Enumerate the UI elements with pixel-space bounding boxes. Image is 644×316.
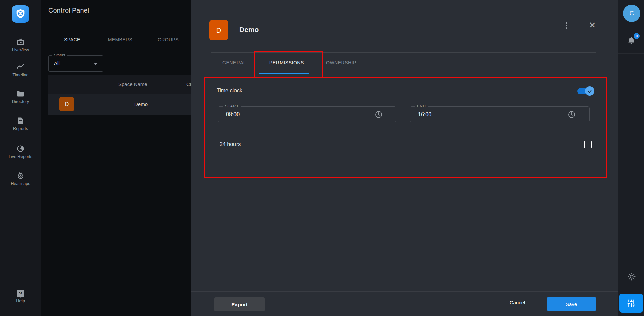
start-time-field[interactable]: START — [218, 106, 396, 122]
annotation-permissions-section — [204, 77, 607, 178]
sidebar-item-liveview[interactable]: LiveView — [0, 38, 41, 52]
space-settings-dialog: D Demo ✕ GENERAL PERMISSIONS OWNERSHIP T… — [191, 0, 618, 316]
page-title: Control Panel — [48, 7, 89, 14]
sidebar-item-directory[interactable]: Directory — [0, 90, 41, 104]
notifications-section: 0 — [618, 27, 644, 54]
kebab-dot — [566, 22, 568, 24]
divider — [211, 74, 596, 74]
app-logo[interactable] — [12, 5, 29, 23]
start-time-input[interactable] — [225, 109, 326, 120]
chevron-down-icon — [94, 63, 98, 65]
end-time-field[interactable]: END — [410, 106, 590, 122]
brightness-icon[interactable] — [627, 272, 636, 281]
hours24-checkbox[interactable] — [584, 141, 592, 148]
kebab-dot — [566, 25, 568, 27]
sidebar-item-label: Directory — [12, 99, 29, 104]
divider — [618, 290, 644, 290]
divider — [211, 52, 596, 53]
sidebar-item-label: Timeline — [13, 73, 29, 77]
hours24-label: 24 hours — [220, 141, 241, 147]
sidebar-item-reports[interactable]: Reports — [0, 117, 41, 131]
dialog-title: Demo — [239, 26, 259, 34]
notification-badge: 0 — [634, 33, 640, 39]
sidebar-item-help[interactable]: ? Help — [0, 290, 41, 303]
sidebar-item-label: Reports — [13, 126, 28, 131]
flame-icon — [16, 172, 25, 180]
tab-general[interactable]: GENERAL — [222, 60, 246, 65]
table-row-demo[interactable]: D Demo — [48, 94, 191, 115]
control-panel: Control Panel SPACE MEMBERS GROUPS Statu… — [41, 0, 191, 316]
column-header-space-name: Space Name — [118, 75, 147, 94]
sidebar-item-label: Heatmaps — [11, 181, 30, 186]
quick-settings-button[interactable] — [619, 294, 643, 313]
help-icon: ? — [17, 290, 24, 297]
half-circle-icon — [16, 145, 25, 153]
sidebar-item-label: Help — [16, 299, 25, 303]
status-filter-value: All — [54, 56, 60, 71]
clock-icon[interactable] — [568, 110, 576, 119]
more-options-button[interactable] — [562, 21, 571, 30]
cancel-button[interactable]: Cancel — [503, 299, 531, 306]
tab-groups[interactable]: GROUPS — [144, 32, 192, 47]
close-icon[interactable]: ✕ — [587, 20, 597, 30]
tab-ownership[interactable]: OWNERSHIP — [326, 60, 356, 65]
status-filter-select[interactable]: Status All — [48, 55, 103, 72]
tune-icon — [626, 298, 636, 308]
sidebar-item-live-reports[interactable]: Live Reports — [0, 145, 41, 159]
start-field-label: START — [223, 104, 241, 108]
export-button[interactable]: Export — [214, 297, 265, 311]
tab-members[interactable]: MEMBERS — [96, 32, 144, 47]
time-clock-label: Time clock — [217, 88, 242, 94]
account-section: C — [618, 0, 644, 26]
app-window: LiveView Timeline Directory Reports — [0, 0, 644, 316]
control-panel-tabs: SPACE MEMBERS GROUPS — [48, 32, 192, 47]
check-icon — [587, 89, 592, 94]
space-name: Demo — [134, 94, 148, 115]
right-sidebar: C 0 — [618, 0, 644, 316]
tv-icon — [16, 38, 25, 46]
space-avatar: D — [59, 97, 74, 111]
end-time-input[interactable] — [417, 109, 518, 120]
sidebar-item-label: LiveView — [12, 48, 29, 52]
left-sidebar: LiveView Timeline Directory Reports — [0, 0, 41, 316]
document-icon — [16, 117, 25, 125]
sidebar-item-label: Live Reports — [9, 154, 32, 159]
sidebar-item-heatmaps[interactable]: Heatmaps — [0, 172, 41, 186]
user-avatar[interactable]: C — [623, 5, 640, 22]
table-header: Space Name Created by — [48, 75, 191, 94]
kebab-dot — [566, 27, 568, 29]
clock-icon[interactable] — [375, 110, 383, 119]
sidebar-item-timeline[interactable]: Timeline — [0, 63, 41, 77]
end-field-label: END — [415, 104, 428, 108]
folder-icon — [16, 90, 25, 98]
shield-eye-logo-icon — [15, 8, 26, 20]
trend-line-icon — [16, 63, 25, 71]
toggle-thumb — [585, 86, 594, 96]
tab-space[interactable]: SPACE — [48, 32, 96, 47]
save-button[interactable]: Save — [547, 297, 596, 311]
tab-permissions[interactable]: PERMISSIONS — [269, 60, 304, 65]
dialog-footer: Export Cancel Save — [191, 291, 618, 316]
divider — [217, 162, 598, 162]
dialog-space-avatar: D — [209, 20, 228, 40]
time-clock-toggle[interactable] — [577, 88, 595, 94]
